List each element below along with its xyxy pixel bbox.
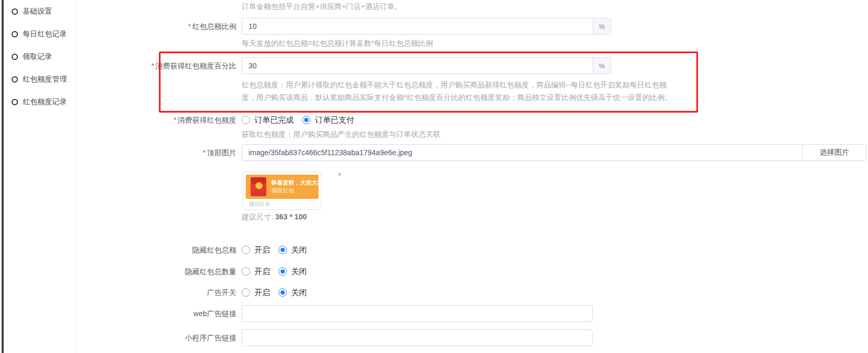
consume-percent-label: *消费获得红包额度百分比 [77, 57, 242, 74]
web-ad-link-label: web广告链接 [77, 305, 242, 322]
field-row-consume-state: *消费获得红包额度 订单已完成 订单已支付 [77, 114, 868, 126]
field-row-consume-percent: *消费获得红包额度百分比 % [77, 57, 868, 74]
percent-suffix: % [593, 57, 611, 74]
sidebar-item-daily-redpacket-records[interactable]: 每日红包记录 [4, 23, 76, 45]
ad-switch-radio-group: 开启 关闭 [242, 287, 307, 298]
circle-icon [12, 31, 18, 37]
radio-icon [278, 267, 287, 276]
hide-total-radio-group: 开启 关闭 [242, 244, 307, 256]
window-edge-bar [2, 0, 4, 353]
radio-order-completed[interactable]: 订单已完成 [242, 115, 294, 125]
circle-icon [12, 54, 18, 60]
wechat-redpacket-label: 微信红包 [249, 200, 270, 208]
radio-hide-count-on[interactable]: 开启 [242, 267, 270, 277]
top-image-label: *顶部图片 [77, 144, 242, 161]
size-hint: 建议尺寸: 363 * 100 [242, 213, 868, 221]
circle-icon [12, 99, 18, 105]
consume-state-label: *消费获得红包额度 [77, 114, 242, 126]
sidebar-item-label: 红包额度记录 [23, 97, 67, 107]
consume-percent-help: 红包总额度：用户累计领取的红包金额不能大于红包总额度，用户购买商品获得红包额度，… [242, 78, 679, 104]
redpacket-ratio-input[interactable] [242, 18, 593, 35]
sidebar-item-quota-records[interactable]: 红包额度记录 [4, 90, 76, 113]
radio-icon [278, 288, 287, 297]
radio-hide-count-off[interactable]: 关闭 [278, 267, 307, 277]
radio-icon [278, 246, 287, 254]
sidebar-item-label: 每日红包记录 [23, 29, 67, 39]
radio-icon [242, 246, 250, 254]
sidebar-item-quota-management[interactable]: 红包额度管理 [4, 68, 76, 90]
field-row-top-image: *顶部图片 选择图片 [77, 144, 868, 161]
radio-icon [242, 288, 250, 297]
redpacket-banner: 恭喜发财，大吉大利！ 领取红包 [246, 175, 318, 199]
circle-icon [12, 76, 18, 83]
heart-icon: ♡ [310, 201, 316, 207]
required-asterisk: * [188, 22, 191, 31]
remove-image-icon[interactable]: × [337, 172, 342, 178]
field-row-web-ad-link: web广告链接 [77, 305, 868, 322]
miniapp-ad-link-input[interactable] [242, 329, 593, 346]
hide-count-label: 隐藏红包总数量 [77, 266, 242, 277]
consume-state-help: 获取红包额度：用户购买商品产生的红包额度与订单状态关联 [242, 129, 868, 139]
sidebar-item-label: 红包额度管理 [23, 75, 67, 84]
miniapp-ad-link-label: 小程序广告链接 [77, 329, 242, 346]
hide-total-label: 隐藏红包总额 [77, 244, 242, 256]
sidebar-item-label: 基础设置 [23, 7, 52, 16]
redpacket-ratio-input-group: % [242, 18, 611, 35]
redpacket-ratio-label: *红包总额比例 [77, 18, 242, 35]
radio-hide-total-off[interactable]: 关闭 [278, 245, 307, 255]
top-image-input-group: 选择图片 [242, 144, 866, 161]
field-row-miniapp-ad-link: 小程序广告链接 [77, 329, 868, 346]
consume-state-radio-group: 订单已完成 订单已支付 [242, 114, 354, 126]
settings-form: 订单金额包括平台自营+供应商+门店+酒店订单。 *红包总额比例 % 每天发放的红… [77, 2, 868, 353]
sidebar-item-basic-settings[interactable]: 基础设置 [4, 0, 76, 23]
sidebar: 基础设置 每日红包记录 领取记录 红包额度管理 红包额度记录 [4, 0, 77, 353]
required-asterisk: * [152, 62, 154, 70]
field-row-hide-count: 隐藏红包总数量 开启 关闭 [77, 266, 868, 277]
field-row-redpacket-ratio: *红包总额比例 % [77, 18, 868, 35]
banner-subtitle: 领取红包 [271, 187, 329, 195]
top-image-path-input[interactable] [242, 144, 802, 161]
consume-percent-input[interactable] [242, 57, 593, 74]
redpacket-ratio-help: 每天发放的红包总额=红包总额计算基数*每日红包总额比例 [242, 38, 868, 48]
preview-card: 恭喜发财，大吉大利！ 领取红包 微信红包 ♡ [243, 172, 322, 210]
sidebar-item-label: 领取记录 [23, 52, 52, 62]
choose-image-button[interactable]: 选择图片 [802, 144, 866, 161]
field-row-ad-switch: 广告开关 开启 关闭 [77, 287, 868, 298]
consume-percent-input-group: % [242, 57, 611, 74]
field-row-hide-total: 隐藏红包总额 开启 关闭 [77, 244, 868, 256]
sidebar-item-claim-records[interactable]: 领取记录 [4, 45, 76, 68]
required-asterisk: * [174, 116, 176, 124]
banner-title: 恭喜发财，大吉大利！ [271, 179, 329, 187]
radio-hide-total-on[interactable]: 开启 [242, 245, 270, 255]
radio-icon [242, 267, 250, 276]
web-ad-link-input[interactable] [242, 305, 593, 322]
radio-ad-on[interactable]: 开启 [242, 288, 270, 298]
radio-order-paid[interactable]: 订单已支付 [302, 115, 354, 125]
radio-icon [302, 116, 311, 124]
required-asterisk: * [203, 148, 206, 157]
size-hint-value: 363 * 100 [275, 213, 307, 221]
radio-icon [242, 116, 250, 124]
ad-switch-label: 广告开关 [77, 287, 242, 298]
red-envelope-icon [251, 177, 266, 196]
top-image-preview: 恭喜发财，大吉大利！ 领取红包 微信红包 ♡ × [243, 172, 364, 210]
hide-count-radio-group: 开启 关闭 [242, 266, 307, 277]
circle-icon [12, 8, 18, 15]
order-amount-note: 订单金额包括平台自营+供应商+门店+酒店订单。 [242, 2, 868, 11]
percent-suffix: % [593, 18, 611, 35]
radio-ad-off[interactable]: 关闭 [278, 288, 307, 298]
